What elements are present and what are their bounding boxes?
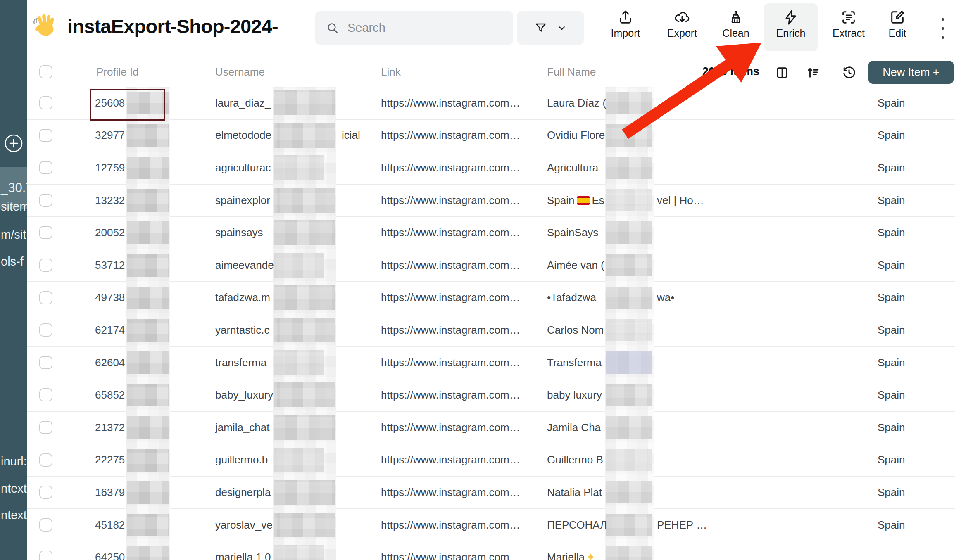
cell-full-name[interactable]: Agricultura [547,152,598,184]
row-checkbox[interactable] [39,518,52,532]
toolbar-button-edit[interactable]: Edit [871,3,924,51]
cell-full-name[interactable]: Ovidiu Flore [547,119,605,152]
row-checkbox[interactable] [39,161,52,174]
cell-country[interactable]: Spain [878,249,905,282]
cell-country[interactable]: Spain [878,216,905,249]
cell-profile-id[interactable]: 32977 [95,119,125,152]
sidebar-item[interactable]: inurl:/ [0,448,27,475]
cell-country[interactable]: Spain [878,509,905,541]
table-row[interactable]: 16379 designerpla https://www.instagram.… [0,476,961,509]
cell-link[interactable]: https://www.instagram.com… [381,346,520,379]
cell-country[interactable]: Spain [878,87,905,119]
table-row[interactable]: 32977 elmetodode icial https://www.insta… [0,119,961,152]
select-all-checkbox[interactable] [39,65,52,78]
sort-ascending-icon[interactable] [806,65,821,80]
row-checkbox[interactable] [39,486,52,499]
sidebar-item[interactable]: ols-f [0,248,27,275]
table-row[interactable]: 64250 mariella.1.0 https://www.instagram… [0,541,961,560]
cell-country[interactable]: Spain [878,346,905,379]
cell-link[interactable]: https://www.instagram.com… [381,476,520,509]
cell-country[interactable]: Spain [878,184,905,217]
cell-country[interactable]: Spain [878,282,905,314]
split-columns-icon[interactable] [775,66,789,80]
table-row[interactable]: 13232 spainexplor https://www.instagram.… [0,184,961,217]
column-header-full-name[interactable]: Full Name [547,63,596,81]
cell-link[interactable]: https://www.instagram.com… [381,216,520,249]
cell-full-name[interactable]: baby luxury [547,379,602,411]
row-checkbox[interactable] [39,421,52,434]
cell-profile-id[interactable]: 13232 [95,184,125,217]
cell-country[interactable]: Spain [878,119,905,152]
toolbar-button-extract[interactable]: Extract [822,3,875,51]
cell-full-name[interactable]: ПЕРСОНАЛ [547,509,607,541]
table-row[interactable]: 20052 spainsays https://www.instagram.co… [0,216,961,249]
cell-username[interactable]: elmetodode [215,119,271,152]
cell-country[interactable]: Spain [878,411,905,444]
cell-profile-id[interactable]: 49738 [95,282,125,314]
cell-username[interactable]: agriculturac [215,152,271,184]
cell-link[interactable]: https://www.instagram.com… [381,249,520,282]
toolbar-button-export[interactable]: Export [655,3,709,51]
cell-username[interactable]: designerpla [215,476,271,509]
row-checkbox[interactable] [39,96,52,109]
cell-username[interactable]: baby_luxury [215,379,273,411]
sidebar-item[interactable]: m/sit [0,221,27,248]
cell-full-name[interactable]: •Tafadzwa [547,282,596,314]
plus-circle-icon[interactable] [4,134,23,153]
column-header-username[interactable]: Username [215,63,265,81]
filter-button[interactable] [517,11,584,45]
column-header-link[interactable]: Link [381,63,401,81]
table-row[interactable]: 62174 yarntastic.c https://www.instagram… [0,314,961,346]
table-row[interactable]: 22275 guillermo.b https://www.instagram.… [0,444,961,477]
row-checkbox[interactable] [39,551,52,560]
cell-link[interactable]: https://www.instagram.com… [381,509,520,541]
sidebar-item[interactable]: ntext: [0,502,27,528]
table-row[interactable]: 53712 aimeevande https://www.instagram.c… [0,249,961,282]
table-row[interactable]: 12759 agriculturac https://www.instagram… [0,152,961,184]
cell-profile-id[interactable]: 53712 [95,249,125,282]
toolbar-button-enrich[interactable]: Enrich [764,3,818,51]
new-item-button[interactable]: New Item + [868,61,954,84]
cell-profile-id[interactable]: 64250 [95,541,125,560]
cell-profile-id[interactable]: 12759 [95,152,125,184]
column-header-profile-id[interactable]: Profile Id [96,63,139,81]
kebab-menu-icon[interactable] [939,18,947,39]
cell-country[interactable]: Spain [878,476,905,509]
cell-username[interactable]: laura_diaz_ [215,87,271,119]
toolbar-button-import[interactable]: Import [599,3,652,51]
cell-link[interactable]: https://www.instagram.com… [381,541,520,560]
row-checkbox[interactable] [39,453,52,467]
cell-username[interactable]: transferma [215,346,266,379]
row-checkbox[interactable] [39,226,52,239]
history-icon[interactable] [841,64,857,80]
cell-username[interactable]: jamila_chat [215,411,270,444]
cell-country[interactable]: Spain [878,314,905,346]
sidebar-item[interactable]: ntext: [0,475,27,502]
cell-profile-id[interactable]: 22275 [95,444,125,477]
cell-full-name[interactable]: SpainSays [547,216,598,249]
cell-profile-id[interactable]: 45182 [95,509,125,541]
cell-link[interactable]: https://www.instagram.com… [381,411,520,444]
table-row[interactable]: 65852 baby_luxury https://www.instagram.… [0,379,961,411]
row-checkbox[interactable] [39,356,52,369]
sidebar-item[interactable]: sitema [0,193,27,220]
cell-username[interactable]: mariella.1.0 [215,541,271,560]
toolbar-button-clean[interactable]: Clean [709,3,763,51]
cell-link[interactable]: https://www.instagram.com… [381,314,520,346]
row-checkbox[interactable] [39,129,52,142]
cell-full-name[interactable]: Jamila Cha [547,411,601,444]
cell-profile-id[interactable]: 16379 [95,476,125,509]
cell-full-name[interactable]: Carlos Nom [547,314,604,346]
cell-full-name[interactable]: Guillermo B [547,444,603,477]
row-checkbox[interactable] [39,194,52,207]
cell-country[interactable]: Spain [878,379,905,411]
cell-username[interactable]: spainsays [215,216,263,249]
row-checkbox[interactable] [39,388,52,401]
cell-username[interactable]: spainexplor [215,184,270,217]
cell-profile-id[interactable]: 65852 [95,379,125,411]
cell-country[interactable]: Spain [878,444,905,477]
table-row[interactable]: 62604 transferma https://www.instagram.c… [0,346,961,379]
search-input[interactable]: Search [315,11,513,45]
cell-username[interactable]: yarntastic.c [215,314,270,346]
cell-full-name[interactable]: Laura Díaz ( [547,87,606,119]
